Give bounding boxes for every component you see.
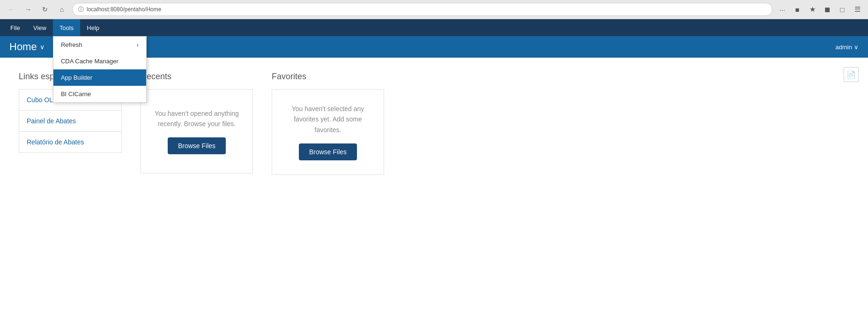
address-bar[interactable]: ⓘ localhost:8080/pentaho/Home bbox=[72, 3, 772, 16]
user-chevron-icon: ∨ bbox=[854, 44, 859, 51]
back-button[interactable]: ← bbox=[5, 3, 18, 16]
user-menu[interactable]: admin ∨ bbox=[836, 44, 859, 51]
bookmark-button[interactable]: ★ bbox=[806, 3, 818, 15]
dropdown-item-bi-cicarne[interactable]: BI CICarne bbox=[53, 86, 146, 102]
recents-section: Recents You haven't opened anything rece… bbox=[141, 72, 253, 175]
dropdown-item-app-builder[interactable]: App Builder bbox=[53, 69, 146, 86]
user-name: admin bbox=[836, 44, 852, 51]
title-chevron-icon: ∨ bbox=[40, 43, 45, 51]
forward-button[interactable]: → bbox=[22, 3, 35, 16]
pocket-button[interactable]: ■ bbox=[791, 3, 803, 15]
split-view-button[interactable]: □ bbox=[836, 3, 848, 15]
chevron-right-icon: › bbox=[137, 41, 139, 48]
menu-item-view[interactable]: View bbox=[27, 19, 53, 36]
document-icon: 📄 bbox=[846, 70, 856, 79]
more-options-button[interactable]: ··· bbox=[776, 3, 788, 15]
favorites-browse-button[interactable]: Browse Files bbox=[299, 143, 357, 160]
favorites-card: You haven't selected any favorites yet. … bbox=[272, 89, 384, 175]
recents-card: You haven't opened anything recently. Br… bbox=[141, 89, 253, 173]
link-item-painel-abates[interactable]: Painel de Abates bbox=[19, 111, 121, 132]
library-button[interactable]: ◼ bbox=[821, 3, 833, 15]
menu-button[interactable]: ☰ bbox=[851, 3, 863, 15]
favorites-message: You haven't selected any favorites yet. … bbox=[282, 104, 374, 135]
app-title[interactable]: Home ∨ bbox=[9, 41, 45, 53]
favorites-section: Favorites You haven't selected any favor… bbox=[272, 72, 384, 175]
recents-message: You haven't opened anything recently. Br… bbox=[150, 108, 243, 129]
favorites-title: Favorites bbox=[272, 72, 384, 82]
dropdown-item-refresh[interactable]: Refresh › bbox=[53, 37, 146, 53]
browser-chrome: ← → ↻ ⌂ ⓘ localhost:8080/pentaho/Home ··… bbox=[0, 0, 868, 19]
menu-item-help[interactable]: Help bbox=[80, 19, 106, 36]
security-icon: ⓘ bbox=[78, 6, 84, 14]
link-item-relatorio-abates[interactable]: Relatório de Abates bbox=[19, 132, 121, 152]
recents-title: Recents bbox=[141, 72, 253, 82]
recents-browse-button[interactable]: Browse Files bbox=[168, 137, 226, 154]
tools-dropdown: Refresh › CDA Cache Manager App Builder … bbox=[53, 36, 147, 103]
browser-toolbar: ← → ↻ ⌂ ⓘ localhost:8080/pentaho/Home ··… bbox=[0, 0, 868, 19]
dropdown-item-cda-cache[interactable]: CDA Cache Manager bbox=[53, 53, 146, 69]
home-button[interactable]: ⌂ bbox=[55, 3, 68, 16]
browser-right-icons: ··· ■ ★ ◼ □ ☰ bbox=[776, 3, 863, 15]
menu-item-file[interactable]: File bbox=[4, 19, 27, 36]
reload-button[interactable]: ↻ bbox=[38, 3, 52, 16]
app-title-text: Home bbox=[9, 41, 37, 53]
app-menubar: File View Tools Refresh › CDA Cache Mana… bbox=[0, 19, 868, 36]
page-icon-button[interactable]: 📄 bbox=[844, 67, 859, 82]
menu-item-tools[interactable]: Tools Refresh › CDA Cache Manager App Bu… bbox=[53, 19, 80, 36]
url-text: localhost:8080/pentaho/Home bbox=[87, 6, 161, 13]
